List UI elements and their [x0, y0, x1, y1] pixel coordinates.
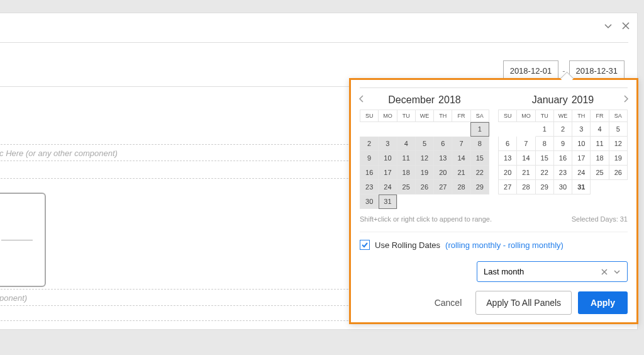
day-cell[interactable]: 28: [517, 180, 535, 194]
rolling-checkbox[interactable]: [360, 240, 370, 250]
day-cell[interactable]: 15: [535, 151, 553, 166]
drop-component-hint: omponent): [0, 293, 27, 303]
calendar-container: December2018 SUMOTUWETHFRSA 1 2345678 91…: [360, 94, 628, 209]
chevron-down-icon[interactable]: [613, 268, 621, 276]
day-cell[interactable]: 27: [499, 180, 517, 194]
apply-all-button[interactable]: Apply To All Panels: [475, 291, 572, 315]
day-cell[interactable]: 6: [434, 137, 452, 151]
chevron-down-icon[interactable]: [603, 21, 613, 31]
calendar-january: January2019 SUMOTUWETHFRSA 12345 6789101…: [498, 94, 628, 209]
apply-button[interactable]: Apply: [578, 291, 628, 314]
day-cell[interactable]: 28: [452, 180, 470, 194]
day-cell[interactable]: 10: [572, 137, 591, 151]
day-cell[interactable]: 5: [415, 137, 433, 151]
day-cell[interactable]: 21: [517, 166, 535, 180]
day-cell[interactable]: 27: [434, 180, 452, 194]
day-cell[interactable]: 31: [379, 194, 397, 209]
day-cell[interactable]: 16: [553, 151, 572, 166]
table-header-cell[interactable]: [0, 193, 46, 287]
day-cell[interactable]: 17: [379, 166, 397, 180]
day-cell[interactable]: 25: [591, 166, 609, 180]
day-cell[interactable]: 13: [499, 151, 517, 166]
day-cell[interactable]: 19: [609, 151, 627, 166]
day-cell[interactable]: 7: [452, 137, 470, 151]
day-cell[interactable]: 24: [379, 180, 397, 194]
next-month-icon[interactable]: [621, 94, 630, 103]
check-icon: [361, 241, 369, 249]
day-cell[interactable]: 24: [572, 166, 591, 180]
day-cell[interactable]: 30: [360, 194, 379, 209]
day-cell[interactable]: 11: [397, 151, 415, 166]
preset-dropdown[interactable]: Last month: [477, 261, 628, 282]
calendar-grid-1: SUMOTUWETHFRSA 1 2345678 9101112131415 1…: [360, 110, 489, 209]
day-cell[interactable]: 2: [360, 137, 379, 151]
day-cell[interactable]: 11: [591, 137, 609, 151]
selected-days-hint: Selected Days: 31: [572, 215, 628, 223]
day-cell[interactable]: 18: [397, 166, 415, 180]
close-icon[interactable]: [621, 21, 631, 31]
day-cell[interactable]: 7: [517, 137, 535, 151]
day-cell[interactable]: 26: [415, 180, 433, 194]
rolling-description: (rolling monthly - rolling monthly): [445, 240, 564, 250]
day-cell[interactable]: 20: [434, 166, 452, 180]
day-cell[interactable]: 30: [553, 180, 572, 194]
cell-divider: [1, 240, 33, 240]
day-cell[interactable]: 21: [452, 166, 470, 180]
day-cell[interactable]: 9: [360, 151, 379, 166]
day-cell[interactable]: 8: [535, 137, 553, 151]
day-cell[interactable]: 3: [379, 137, 397, 151]
date-picker-popover: December2018 SUMOTUWETHFRSA 1 2345678 91…: [349, 78, 638, 324]
day-cell[interactable]: 29: [535, 180, 553, 194]
day-cell[interactable]: 15: [470, 151, 489, 166]
day-cell[interactable]: 5: [609, 122, 627, 137]
day-cell[interactable]: 25: [397, 180, 415, 194]
day-cell[interactable]: 19: [415, 166, 433, 180]
drop-metric-hint: etric Here (or any other component): [0, 149, 118, 158]
day-cell[interactable]: 6: [499, 137, 517, 151]
day-cell[interactable]: 23: [360, 180, 379, 194]
day-cell[interactable]: 2: [553, 122, 572, 137]
day-cell[interactable]: 20: [499, 166, 517, 180]
day-cell[interactable]: 14: [452, 151, 470, 166]
day-cell[interactable]: 31: [572, 180, 591, 194]
day-cell[interactable]: 4: [397, 137, 415, 151]
calendar-grid-2: SUMOTUWETHFRSA 12345 6789101112 13141516…: [498, 110, 628, 194]
shift-click-hint: Shift+click or right click to append to …: [360, 215, 492, 223]
clear-icon[interactable]: [601, 268, 608, 276]
day-cell[interactable]: 22: [535, 166, 553, 180]
month-title-1: December2018: [360, 94, 489, 106]
calendar-december: December2018 SUMOTUWETHFRSA 1 2345678 91…: [360, 94, 489, 209]
prev-month-icon[interactable]: [357, 94, 366, 103]
day-cell[interactable]: 17: [572, 151, 591, 166]
day-cell[interactable]: 9: [553, 137, 572, 151]
day-cell[interactable]: 3: [572, 122, 591, 137]
day-cell[interactable]: 23: [553, 166, 572, 180]
rolling-label: Use Rolling Dates: [375, 240, 440, 250]
day-cell[interactable]: 10: [379, 151, 397, 166]
day-cell[interactable]: 13: [434, 151, 452, 166]
month-title-2: January2019: [498, 94, 628, 106]
day-cell[interactable]: 14: [517, 151, 535, 166]
day-cell[interactable]: 12: [415, 151, 433, 166]
day-cell[interactable]: 8: [470, 137, 489, 151]
panel-header: [0, 13, 637, 38]
day-cell[interactable]: 16: [360, 166, 379, 180]
preset-value: Last month: [484, 267, 524, 276]
day-cell[interactable]: 1: [470, 122, 489, 137]
calendar-hints: Shift+click or right click to append to …: [360, 215, 628, 223]
day-cell[interactable]: 29: [470, 180, 489, 194]
day-cell[interactable]: 18: [591, 151, 609, 166]
cancel-button[interactable]: Cancel: [427, 291, 470, 314]
day-cell[interactable]: 22: [470, 166, 489, 180]
day-cell[interactable]: 12: [609, 137, 627, 151]
day-cell[interactable]: 26: [609, 166, 627, 180]
rolling-dates-row: Use Rolling Dates (rolling monthly - rol…: [360, 232, 628, 250]
day-cell[interactable]: 1: [535, 122, 553, 137]
action-buttons: Cancel Apply To All Panels Apply: [360, 291, 628, 315]
day-cell[interactable]: 4: [591, 122, 609, 137]
